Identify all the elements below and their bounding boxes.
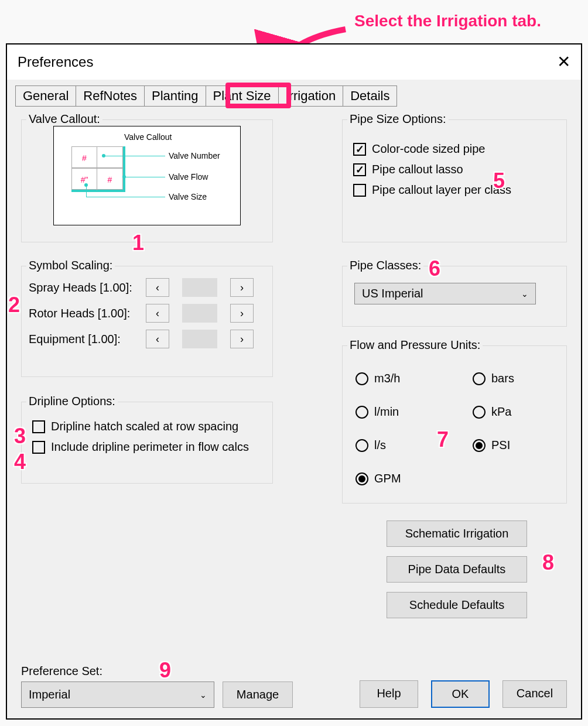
callout-layer-label: Pipe callout layer per class bbox=[372, 183, 511, 197]
dialog-title: Preferences bbox=[18, 54, 93, 70]
equipment-field[interactable] bbox=[182, 330, 217, 348]
spray-heads-label: Spray Heads [1.00]: bbox=[29, 281, 146, 294]
tab-plant-size[interactable]: Plant Size bbox=[206, 85, 279, 107]
flow-pressure-legend: Flow and Pressure Units: bbox=[347, 338, 483, 352]
spray-heads-field[interactable] bbox=[182, 278, 217, 297]
flow-lmin-radio[interactable] bbox=[355, 406, 368, 419]
flow-ls-label: l/s bbox=[374, 439, 386, 452]
pressure-bars-radio[interactable] bbox=[473, 372, 486, 385]
flow-pressure-group: Flow and Pressure Units: m3/h bars l/min… bbox=[342, 345, 567, 504]
pipe-size-legend: Pipe Size Options: bbox=[347, 112, 449, 126]
chevron-down-icon: ⌄ bbox=[521, 289, 528, 299]
pref-set-label: Preference Set: bbox=[21, 665, 293, 678]
callout-label-number: Valve Number bbox=[169, 151, 220, 160]
dripline-group: Dripline Options: Dripline hatch scaled … bbox=[21, 402, 273, 484]
spray-heads-increment[interactable]: › bbox=[230, 278, 254, 297]
dripline-perimeter-label: Include dripline perimeter in flow calcs bbox=[51, 440, 249, 454]
pressure-kpa-label: kPa bbox=[491, 405, 511, 419]
valve-callout-group: Valve Callout: Valve Callout # #"# Valve… bbox=[21, 119, 273, 242]
tab-refnotes[interactable]: RefNotes bbox=[76, 85, 145, 107]
callout-lasso-checkbox[interactable] bbox=[353, 163, 366, 176]
dialog-titlebar: Preferences ✕ bbox=[7, 44, 581, 80]
rotor-heads-decrement[interactable]: ‹ bbox=[146, 304, 169, 323]
annotation-marker-2: 2 bbox=[8, 293, 20, 317]
preferences-dialog: Preferences ✕ General RefNotes Planting … bbox=[6, 43, 582, 720]
equipment-decrement[interactable]: ‹ bbox=[146, 330, 169, 348]
pipe-size-group: Pipe Size Options: Color-code sized pipe… bbox=[342, 119, 567, 242]
help-button[interactable]: Help bbox=[360, 680, 418, 708]
cancel-button[interactable]: Cancel bbox=[502, 680, 567, 708]
flow-gpm-radio[interactable] bbox=[355, 472, 368, 485]
symbol-scaling-legend: Symbol Scaling: bbox=[26, 259, 115, 272]
equipment-label: Equipment [1.00]: bbox=[29, 333, 146, 346]
instruction-text: Select the Irrigation tab. bbox=[354, 12, 541, 30]
symbol-scaling-group: Symbol Scaling: Spray Heads [1.00]: ‹› R… bbox=[21, 266, 273, 377]
tab-details[interactable]: Details bbox=[343, 85, 397, 107]
flow-m3h-radio[interactable] bbox=[355, 372, 368, 385]
pref-set-value: Imperial bbox=[29, 688, 70, 701]
tab-bar: General RefNotes Planting Plant Size Irr… bbox=[15, 85, 397, 107]
schematic-irrigation-button[interactable]: Schematic Irrigation bbox=[387, 520, 527, 547]
tab-irrigation[interactable]: Irrigation bbox=[278, 85, 344, 107]
pref-set-select[interactable]: Imperial ⌄ bbox=[21, 682, 214, 708]
rotor-heads-label: Rotor Heads [1.00]: bbox=[29, 307, 146, 320]
callout-label-flow: Valve Flow bbox=[169, 172, 208, 182]
pressure-psi-radio[interactable] bbox=[473, 439, 486, 452]
pipe-classes-select[interactable]: US Imperial ⌄ bbox=[354, 283, 536, 304]
callout-label-size: Valve Size bbox=[169, 192, 207, 201]
ok-button[interactable]: OK bbox=[431, 680, 490, 708]
color-code-checkbox[interactable] bbox=[353, 143, 366, 156]
pipe-data-defaults-button[interactable]: Pipe Data Defaults bbox=[387, 556, 527, 583]
pipe-classes-legend: Pipe Classes: bbox=[347, 259, 423, 272]
tab-planting[interactable]: Planting bbox=[144, 85, 206, 107]
dripline-hatch-checkbox[interactable] bbox=[32, 420, 45, 433]
dialog-body: General RefNotes Planting Plant Size Irr… bbox=[7, 80, 581, 718]
callout-title: Valve Callout bbox=[124, 132, 172, 142]
pressure-bars-label: bars bbox=[491, 372, 514, 385]
flow-lmin-label: l/min bbox=[374, 405, 399, 419]
tab-general[interactable]: General bbox=[15, 85, 76, 107]
rotor-heads-field[interactable] bbox=[182, 304, 217, 323]
equipment-increment[interactable]: › bbox=[230, 330, 254, 348]
spray-heads-decrement[interactable]: ‹ bbox=[146, 278, 169, 297]
schedule-defaults-button[interactable]: Schedule Defaults bbox=[387, 592, 527, 618]
flow-ls-radio[interactable] bbox=[355, 439, 368, 452]
valve-callout-preview: Valve Callout # #"# Valve Number Valve F… bbox=[53, 126, 241, 225]
close-icon[interactable]: ✕ bbox=[557, 52, 570, 71]
pipe-classes-value: US Imperial bbox=[362, 287, 423, 300]
annotation-marker-8: 8 bbox=[542, 550, 554, 575]
dripline-perimeter-checkbox[interactable] bbox=[32, 441, 45, 454]
callout-layer-checkbox[interactable] bbox=[353, 184, 366, 197]
dialog-footer: Preference Set: Imperial ⌄ Manage Help O… bbox=[21, 665, 567, 708]
color-code-label: Color-code sized pipe bbox=[372, 142, 485, 156]
flow-m3h-label: m3/h bbox=[374, 372, 400, 385]
pressure-psi-label: PSI bbox=[491, 439, 510, 452]
dripline-legend: Dripline Options: bbox=[26, 395, 118, 408]
pipe-classes-group: Pipe Classes: US Imperial ⌄ bbox=[342, 266, 567, 327]
rotor-heads-increment[interactable]: › bbox=[230, 304, 254, 323]
dripline-hatch-label: Dripline hatch scaled at row spacing bbox=[51, 420, 238, 433]
callout-lasso-label: Pipe callout lasso bbox=[372, 163, 463, 176]
flow-gpm-label: GPM bbox=[374, 472, 401, 485]
chevron-down-icon: ⌄ bbox=[200, 690, 207, 700]
pressure-kpa-radio[interactable] bbox=[473, 406, 486, 419]
manage-button[interactable]: Manage bbox=[223, 682, 293, 708]
action-buttons: Schematic Irrigation Pipe Data Defaults … bbox=[387, 520, 527, 618]
valve-callout-legend: Valve Callout: bbox=[26, 112, 102, 126]
